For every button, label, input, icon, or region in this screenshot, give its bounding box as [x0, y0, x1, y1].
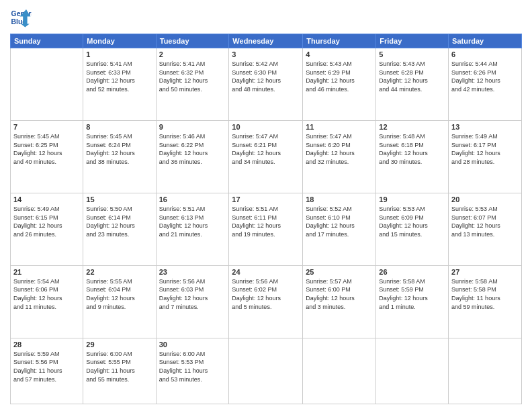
weekday-header-tuesday: Tuesday	[156, 34, 229, 48]
calendar-table: SundayMondayTuesdayWednesdayThursdayFrid…	[10, 34, 522, 404]
calendar-cell: 14Sunrise: 5:49 AM Sunset: 6:15 PM Dayli…	[11, 193, 83, 265]
day-number: 15	[86, 195, 152, 203]
day-number: 4	[306, 50, 373, 58]
day-number: 17	[232, 195, 300, 203]
weekday-header-row: SundayMondayTuesdayWednesdayThursdayFrid…	[11, 34, 522, 48]
day-number: 18	[306, 195, 373, 203]
week-row-5: 28Sunrise: 5:59 AM Sunset: 5:56 PM Dayli…	[11, 338, 522, 404]
day-info: Sunrise: 5:43 AM Sunset: 6:28 PM Dayligh…	[379, 60, 445, 93]
day-info: Sunrise: 5:57 AM Sunset: 6:00 PM Dayligh…	[306, 277, 373, 311]
calendar-cell: 9Sunrise: 5:46 AM Sunset: 6:22 PM Daylig…	[156, 120, 229, 193]
day-number: 22	[86, 268, 152, 276]
calendar-cell	[11, 48, 83, 121]
day-info: Sunrise: 5:47 AM Sunset: 6:20 PM Dayligh…	[306, 132, 373, 166]
calendar-cell: 25Sunrise: 5:57 AM Sunset: 6:00 PM Dayli…	[303, 265, 376, 338]
day-info: Sunrise: 5:58 AM Sunset: 5:58 PM Dayligh…	[451, 277, 519, 311]
day-info: Sunrise: 5:54 AM Sunset: 6:06 PM Dayligh…	[13, 277, 80, 311]
day-info: Sunrise: 5:59 AM Sunset: 5:56 PM Dayligh…	[13, 350, 80, 383]
day-number: 13	[451, 123, 519, 131]
week-row-1: 1Sunrise: 5:41 AM Sunset: 6:33 PM Daylig…	[11, 48, 522, 121]
day-number: 30	[159, 340, 226, 349]
calendar-cell: 22Sunrise: 5:55 AM Sunset: 6:04 PM Dayli…	[83, 265, 156, 338]
day-number: 8	[86, 123, 152, 131]
day-number: 14	[13, 195, 80, 203]
calendar-cell: 5Sunrise: 5:43 AM Sunset: 6:28 PM Daylig…	[376, 48, 449, 121]
day-number: 5	[379, 50, 445, 58]
day-number: 20	[451, 195, 519, 203]
calendar-cell: 26Sunrise: 5:58 AM Sunset: 5:59 PM Dayli…	[376, 265, 449, 338]
day-number: 1	[86, 50, 152, 58]
day-info: Sunrise: 5:53 AM Sunset: 6:07 PM Dayligh…	[451, 205, 519, 238]
day-number: 10	[232, 123, 300, 131]
calendar-cell: 11Sunrise: 5:47 AM Sunset: 6:20 PM Dayli…	[303, 120, 376, 193]
logo-icon: General Blue	[10, 7, 32, 28]
header: General Blue	[10, 7, 522, 28]
day-info: Sunrise: 6:00 AM Sunset: 5:53 PM Dayligh…	[159, 350, 226, 383]
day-info: Sunrise: 5:56 AM Sunset: 6:03 PM Dayligh…	[159, 277, 226, 311]
day-number: 3	[232, 50, 300, 58]
weekday-header-wednesday: Wednesday	[229, 34, 303, 48]
calendar-cell: 27Sunrise: 5:58 AM Sunset: 5:58 PM Dayli…	[449, 265, 522, 338]
weekday-header-thursday: Thursday	[303, 34, 376, 48]
calendar-cell: 18Sunrise: 5:52 AM Sunset: 6:10 PM Dayli…	[303, 193, 376, 265]
week-row-4: 21Sunrise: 5:54 AM Sunset: 6:06 PM Dayli…	[11, 265, 522, 338]
day-number: 2	[159, 50, 226, 58]
weekday-header-saturday: Saturday	[449, 34, 522, 48]
day-number: 16	[159, 195, 226, 203]
day-info: Sunrise: 5:43 AM Sunset: 6:29 PM Dayligh…	[306, 60, 373, 93]
day-number: 29	[86, 340, 152, 349]
day-info: Sunrise: 5:48 AM Sunset: 6:18 PM Dayligh…	[379, 132, 445, 166]
day-number: 7	[13, 123, 80, 131]
week-row-3: 14Sunrise: 5:49 AM Sunset: 6:15 PM Dayli…	[11, 193, 522, 265]
day-number: 23	[159, 268, 226, 276]
calendar-cell: 12Sunrise: 5:48 AM Sunset: 6:18 PM Dayli…	[376, 120, 449, 193]
day-info: Sunrise: 5:41 AM Sunset: 6:33 PM Dayligh…	[86, 60, 152, 93]
day-number: 24	[232, 268, 300, 276]
page: General Blue SundayMondayTuesdayWednesda…	[0, 0, 532, 411]
calendar-cell	[303, 338, 376, 404]
weekday-header-sunday: Sunday	[11, 34, 83, 48]
calendar-cell: 20Sunrise: 5:53 AM Sunset: 6:07 PM Dayli…	[449, 193, 522, 265]
day-info: Sunrise: 5:55 AM Sunset: 6:04 PM Dayligh…	[86, 277, 152, 311]
day-info: Sunrise: 5:45 AM Sunset: 6:24 PM Dayligh…	[86, 132, 152, 166]
calendar-cell: 28Sunrise: 5:59 AM Sunset: 5:56 PM Dayli…	[11, 338, 83, 404]
calendar-cell: 16Sunrise: 5:51 AM Sunset: 6:13 PM Dayli…	[156, 193, 229, 265]
calendar-cell: 30Sunrise: 6:00 AM Sunset: 5:53 PM Dayli…	[156, 338, 229, 404]
calendar-cell: 7Sunrise: 5:45 AM Sunset: 6:25 PM Daylig…	[11, 120, 83, 193]
week-row-2: 7Sunrise: 5:45 AM Sunset: 6:25 PM Daylig…	[11, 120, 522, 193]
day-number: 21	[13, 268, 80, 276]
calendar-cell: 4Sunrise: 5:43 AM Sunset: 6:29 PM Daylig…	[303, 48, 376, 121]
day-info: Sunrise: 5:46 AM Sunset: 6:22 PM Dayligh…	[159, 132, 226, 166]
calendar-cell: 15Sunrise: 5:50 AM Sunset: 6:14 PM Dayli…	[83, 193, 156, 265]
day-info: Sunrise: 5:51 AM Sunset: 6:11 PM Dayligh…	[232, 205, 300, 238]
calendar-cell: 23Sunrise: 5:56 AM Sunset: 6:03 PM Dayli…	[156, 265, 229, 338]
day-info: Sunrise: 5:53 AM Sunset: 6:09 PM Dayligh…	[379, 205, 445, 238]
day-info: Sunrise: 5:49 AM Sunset: 6:15 PM Dayligh…	[13, 205, 80, 238]
day-info: Sunrise: 5:56 AM Sunset: 6:02 PM Dayligh…	[232, 277, 300, 311]
calendar-cell: 8Sunrise: 5:45 AM Sunset: 6:24 PM Daylig…	[83, 120, 156, 193]
day-number: 26	[379, 268, 445, 276]
weekday-header-friday: Friday	[376, 34, 449, 48]
calendar-cell: 10Sunrise: 5:47 AM Sunset: 6:21 PM Dayli…	[229, 120, 303, 193]
day-info: Sunrise: 5:41 AM Sunset: 6:32 PM Dayligh…	[159, 60, 226, 93]
calendar-cell	[229, 338, 303, 404]
calendar-cell: 24Sunrise: 5:56 AM Sunset: 6:02 PM Dayli…	[229, 265, 303, 338]
day-info: Sunrise: 5:49 AM Sunset: 6:17 PM Dayligh…	[451, 132, 519, 166]
calendar-cell: 19Sunrise: 5:53 AM Sunset: 6:09 PM Dayli…	[376, 193, 449, 265]
calendar-cell: 17Sunrise: 5:51 AM Sunset: 6:11 PM Dayli…	[229, 193, 303, 265]
calendar-cell: 6Sunrise: 5:44 AM Sunset: 6:26 PM Daylig…	[449, 48, 522, 121]
calendar-cell: 2Sunrise: 5:41 AM Sunset: 6:32 PM Daylig…	[156, 48, 229, 121]
calendar-cell: 21Sunrise: 5:54 AM Sunset: 6:06 PM Dayli…	[11, 265, 83, 338]
calendar-cell: 3Sunrise: 5:42 AM Sunset: 6:30 PM Daylig…	[229, 48, 303, 121]
day-number: 19	[379, 195, 445, 203]
calendar-cell: 29Sunrise: 6:00 AM Sunset: 5:55 PM Dayli…	[83, 338, 156, 404]
day-info: Sunrise: 6:00 AM Sunset: 5:55 PM Dayligh…	[86, 350, 152, 383]
day-info: Sunrise: 5:47 AM Sunset: 6:21 PM Dayligh…	[232, 132, 300, 166]
day-number: 28	[13, 340, 80, 349]
weekday-header-monday: Monday	[83, 34, 156, 48]
calendar-cell: 13Sunrise: 5:49 AM Sunset: 6:17 PM Dayli…	[449, 120, 522, 193]
calendar-cell	[376, 338, 449, 404]
logo: General Blue	[10, 7, 34, 28]
day-info: Sunrise: 5:45 AM Sunset: 6:25 PM Dayligh…	[13, 132, 80, 166]
day-info: Sunrise: 5:58 AM Sunset: 5:59 PM Dayligh…	[379, 277, 445, 311]
